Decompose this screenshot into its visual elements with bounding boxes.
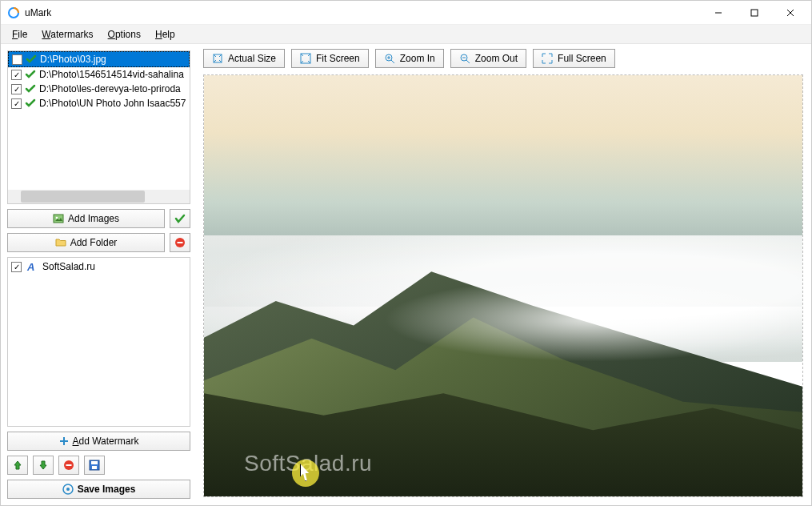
file-checkbox[interactable]: ✓ [11,70,22,80]
zoom-out-icon [459,53,470,64]
remove-icon [63,460,74,471]
image-plus-icon [53,213,64,224]
remove-folder-button[interactable] [170,233,190,252]
save-images-icon [62,484,74,495]
close-button[interactable] [772,1,808,25]
add-watermark-button[interactable]: Add Watermark [7,432,190,451]
menu-help[interactable]: Help [149,27,182,42]
check-icon [25,98,36,109]
svg-rect-11 [66,464,72,466]
svg-rect-13 [91,461,98,464]
delete-watermark-button[interactable] [58,456,79,475]
zoom-in-button[interactable]: Zoom In [375,49,444,68]
check-icon [174,213,186,224]
arrow-up-icon [12,460,23,471]
svg-rect-2 [751,10,758,16]
menu-bar: File Watermarks Options Help [1,25,811,44]
watermark-label: SoftSalad.ru [42,261,95,272]
check-icon [26,54,37,65]
svg-rect-5 [54,215,63,223]
minimize-button[interactable] [700,1,736,25]
remove-icon [174,237,186,248]
svg-line-19 [391,60,394,63]
full-screen-icon [542,53,553,64]
fit-screen-button[interactable]: Fit Screen [291,49,369,68]
zoom-in-icon [384,53,395,64]
menu-options[interactable]: Options [102,27,147,42]
floppy-icon [89,460,100,471]
watermark-list[interactable]: ✓ A SoftSalad.ru [7,257,190,427]
move-down-button[interactable] [33,456,54,475]
file-path: D:\Photo\les-derevya-leto-priroda [39,83,181,94]
save-images-button[interactable]: Save Images [7,480,190,499]
file-row[interactable]: ✓ D:\Photo\UN Photo John Isaac557 [8,96,190,110]
add-folder-label: Add Folder [70,237,118,248]
move-up-button[interactable] [7,456,28,475]
file-checkbox[interactable]: ✓ [11,98,22,109]
zoom-out-button[interactable]: Zoom Out [450,49,526,68]
check-icon [25,83,36,94]
menu-file[interactable]: File [6,27,34,42]
add-folder-button[interactable]: Add Folder [7,233,165,252]
file-path: D:\Photo\1546514514vid-sahalina [39,69,184,80]
file-checkbox[interactable]: ✓ [12,54,22,65]
horizontal-scrollbar[interactable] [8,190,190,203]
cursor-highlight [292,460,319,487]
sidebar: ✓ D:\Photo\03.jpg ✓ D:\Photo\1546514514v… [1,44,197,505]
file-row[interactable]: ✓ D:\Photo\1546514514vid-sahalina [8,67,190,82]
folder-icon [55,237,66,248]
title-bar: uMark [1,1,811,25]
full-screen-button[interactable]: Full Screen [533,49,615,68]
save-watermark-button[interactable] [84,456,105,475]
file-row[interactable]: ✓ D:\Photo\les-derevya-leto-priroda [8,82,190,96]
watermark-row[interactable]: ✓ A SoftSalad.ru [8,258,190,275]
text-watermark-icon: A [26,261,38,272]
main-area: Actual Size Fit Screen Zoom In Zoom Out … [197,44,811,505]
save-images-label: Save Images [78,484,136,495]
actual-size-icon [212,53,223,64]
watermark-checkbox[interactable]: ✓ [11,262,22,272]
arrow-down-icon [38,460,49,471]
preview-toolbar: Actual Size Fit Screen Zoom In Zoom Out … [197,44,811,74]
confirm-add-button[interactable] [170,209,190,228]
plus-icon [59,436,69,446]
add-images-label: Add Images [68,213,119,224]
svg-point-6 [56,217,58,219]
svg-rect-14 [92,466,97,469]
window-title: uMark [25,7,700,18]
check-icon [25,69,36,80]
file-row[interactable]: ✓ D:\Photo\03.jpg [8,51,190,67]
file-checkbox[interactable]: ✓ [11,84,22,94]
svg-line-23 [466,60,470,63]
menu-watermarks[interactable]: Watermarks [35,27,99,42]
fit-screen-icon [300,53,311,64]
actual-size-button[interactable]: Actual Size [203,49,285,68]
image-preview[interactable]: SoftSalad.ru [203,74,803,497]
preview-image [204,75,802,496]
maximize-button[interactable] [736,1,772,25]
app-icon [7,6,20,19]
svg-text:A: A [26,261,34,272]
svg-rect-8 [178,242,183,243]
file-path: D:\Photo\03.jpg [40,54,106,65]
file-path: D:\Photo\UN Photo John Isaac557 [39,98,186,109]
add-images-button[interactable]: Add Images [7,209,165,228]
file-list[interactable]: ✓ D:\Photo\03.jpg ✓ D:\Photo\1546514514v… [7,50,190,204]
